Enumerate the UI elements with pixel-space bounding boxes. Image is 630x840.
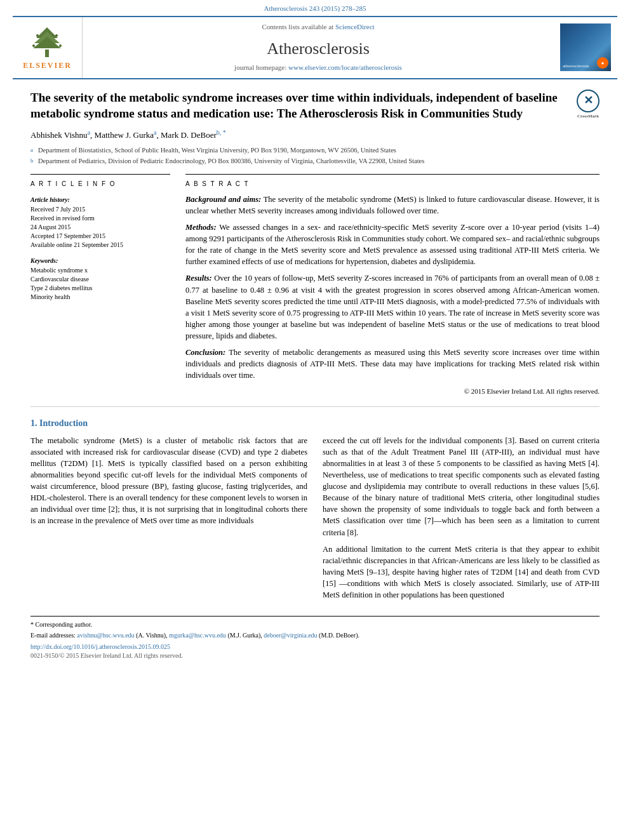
abstract-background: Background and aims: The severity of the… xyxy=(185,194,600,217)
authors-line: Abhishek Vishnua, Matthew J. Gurkaa, Mar… xyxy=(30,128,600,142)
intro-two-columns: The metabolic syndrome (MetS) is a clust… xyxy=(30,435,600,606)
svg-rect-0 xyxy=(45,50,49,57)
deboer-person: (M.D. DeBoer). xyxy=(319,632,359,639)
svg-point-5 xyxy=(55,34,58,37)
cover-text: atherosclerosis xyxy=(563,63,589,69)
intro-left-column: The metabolic syndrome (MetS) is a clust… xyxy=(30,435,307,606)
article-title-section: The severity of the metabolic syndrome i… xyxy=(30,90,600,122)
keywords-label: Keywords: xyxy=(30,257,58,264)
science-direct-text: Contents lists available at xyxy=(262,23,333,30)
affiliation-b-text: Department of Pediatrics, Division of Pe… xyxy=(38,157,424,166)
email-vishnu[interactable]: avishnu@hsc.wvu.edu xyxy=(77,632,134,639)
elsevier-logo-section: ELSEVIER xyxy=(13,17,83,77)
intro-section-title: 1. Introduction xyxy=(30,417,600,430)
conclusion-label: Conclusion: xyxy=(185,348,225,357)
copyright-line: © 2015 Elsevier Ireland Ltd. All rights … xyxy=(185,387,600,396)
intro-right-column: exceed the cut off levels for the indivi… xyxy=(323,435,600,606)
intro-para-3-text: An additional limitation to the current … xyxy=(323,545,600,600)
journal-title-section: Contents lists available at ScienceDirec… xyxy=(83,17,554,77)
keyword-4: Minority health xyxy=(30,293,170,302)
section-divider xyxy=(30,406,600,407)
intro-para-2-text: exceed the cut off levels for the indivi… xyxy=(323,436,600,537)
keyword-3: Type 2 diabetes mellitus xyxy=(30,284,170,293)
footnotes-section: * Corresponding author. E-mail addresses… xyxy=(30,616,600,660)
cover-icon: ● xyxy=(597,57,608,69)
gurka-person: (M.J. Gurka), xyxy=(227,632,264,639)
svg-point-6 xyxy=(32,44,35,47)
methods-label: Methods: xyxy=(185,223,217,232)
affiliations: a Department of Biostatistics, School of… xyxy=(30,146,600,166)
homepage-text: journal homepage: xyxy=(234,63,286,71)
affiliation-a-text: Department of Biostatistics, School of P… xyxy=(38,146,396,156)
science-direct-line: Contents lists available at ScienceDirec… xyxy=(262,22,374,32)
homepage-line: journal homepage: www.elsevier.com/locat… xyxy=(234,63,402,72)
methods-text: We assessed changes in a sex- and race/e… xyxy=(185,223,600,266)
crossmark-text: CrossMark xyxy=(577,114,599,119)
journal-citation: Atherosclerosis 243 (2015) 278–285 xyxy=(0,0,630,16)
affiliation-a: a Department of Biostatistics, School of… xyxy=(30,146,600,156)
online-date: Available online 21 September 2015 xyxy=(30,241,170,250)
email-note: E-mail addresses: avishnu@hsc.wvu.edu (A… xyxy=(30,631,600,640)
corresponding-note: * Corresponding author. xyxy=(30,620,600,629)
cover-image: atherosclerosis ● xyxy=(560,23,611,71)
journal-header: ELSEVIER Contents lists available at Sci… xyxy=(13,16,617,79)
journal-title: Atherosclerosis xyxy=(267,37,370,60)
email-gurka[interactable]: mgurka@hsc.wvu.edu xyxy=(169,632,226,639)
intro-para-1-text: The metabolic syndrome (MetS) is a clust… xyxy=(30,436,307,526)
article-info-abstract: A R T I C L E I N F O Article history: R… xyxy=(30,174,600,396)
email-label: E-mail addresses: xyxy=(30,632,76,639)
article-info-heading: A R T I C L E I N F O xyxy=(30,180,170,189)
doi-link[interactable]: http://dx.doi.org/10.1016/j.atherosclero… xyxy=(30,643,170,650)
svg-point-7 xyxy=(59,44,62,47)
abstract-heading: A B S T R A C T xyxy=(185,180,600,189)
abstract-conclusion: Conclusion: The severity of metabolic de… xyxy=(185,347,600,381)
abstract-results: Results: Over the 10 years of follow-up,… xyxy=(185,272,600,342)
keyword-2: Cardiovascular disease xyxy=(30,275,170,284)
article-title: The severity of the metabolic syndrome i… xyxy=(30,91,558,121)
science-direct-link[interactable]: ScienceDirect xyxy=(335,23,375,30)
main-content: The severity of the metabolic syndrome i… xyxy=(0,79,630,671)
article-info-column: A R T I C L E I N F O Article history: R… xyxy=(30,174,170,396)
received-date: Received 7 July 2015 xyxy=(30,205,170,214)
history-label: Article history: xyxy=(30,196,70,203)
elsevier-tree-icon xyxy=(25,24,69,59)
homepage-link[interactable]: www.elsevier.com/locate/atherosclerosis xyxy=(288,63,402,71)
issn-line: 0021-9150/© 2015 Elsevier Ireland Ltd. A… xyxy=(30,651,600,660)
conclusion-text: The severity of metabolic derangements a… xyxy=(185,348,600,380)
email-deboer[interactable]: deboer@virginia.edu xyxy=(264,632,317,639)
crossmark-badge: ✕ CrossMark xyxy=(577,90,600,119)
abstract-column: A B S T R A C T Background and aims: The… xyxy=(185,174,600,396)
results-text: Over the 10 years of follow-up, MetS sev… xyxy=(185,274,600,340)
vishnu-person: (A. Vishnu), xyxy=(136,632,169,639)
introduction-section: 1. Introduction The metabolic syndrome (… xyxy=(30,417,600,606)
elsevier-wordmark: ELSEVIER xyxy=(23,60,72,71)
keywords-section: Keywords: Metabolic syndrome x Cardiovas… xyxy=(30,255,170,302)
crossmark-icon: ✕ xyxy=(577,90,600,112)
abstract-methods: Methods: We assessed changes in a sex- a… xyxy=(185,222,600,268)
background-label: Background and aims: xyxy=(185,195,261,204)
svg-point-4 xyxy=(36,34,39,37)
revised-date: 24 August 2015 xyxy=(30,223,170,232)
intro-para-3: An additional limitation to the current … xyxy=(323,543,600,601)
affiliation-b: b Department of Pediatrics, Division of … xyxy=(30,157,600,166)
elsevier-logo: ELSEVIER xyxy=(23,24,72,71)
doi-line: http://dx.doi.org/10.1016/j.atherosclero… xyxy=(30,643,600,651)
revised-label: Received in revised form xyxy=(30,214,170,223)
intro-para-2: exceed the cut off levels for the indivi… xyxy=(323,435,600,538)
accepted-date: Accepted 17 September 2015 xyxy=(30,232,170,241)
keyword-1: Metabolic syndrome x xyxy=(30,266,170,275)
citation-text: Atherosclerosis 243 (2015) 278–285 xyxy=(264,4,366,12)
corresponding-label: * Corresponding author. xyxy=(30,621,92,628)
intro-para-1: The metabolic syndrome (MetS) is a clust… xyxy=(30,435,307,527)
journal-cover: atherosclerosis ● xyxy=(554,17,617,77)
section-number: 1. xyxy=(30,418,37,428)
history-block: Article history: Received 7 July 2015 Re… xyxy=(30,194,170,250)
results-label: Results: xyxy=(185,274,212,283)
section-title: Introduction xyxy=(39,418,88,428)
